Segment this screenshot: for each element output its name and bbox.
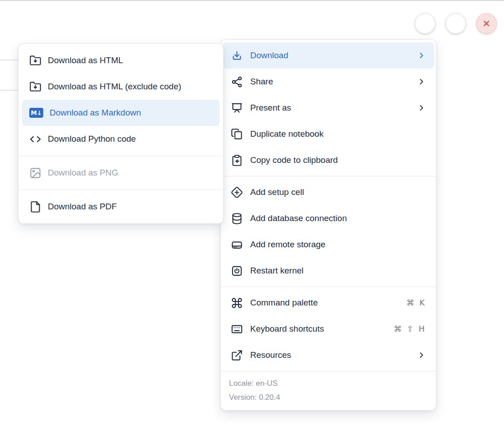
- close-button[interactable]: [476, 13, 497, 34]
- menu-item-label: Duplicate notebook: [250, 129, 426, 139]
- clipboard-arrow-icon: [231, 154, 243, 166]
- markdown-icon: M↓: [29, 108, 43, 118]
- menu-item-resources[interactable]: Resources: [223, 342, 434, 368]
- chevron-right-icon: [417, 77, 426, 86]
- submenu-item-label: Download Python code: [48, 134, 212, 144]
- submenu-item-download-python[interactable]: Download Python code: [22, 126, 220, 152]
- menu-item-add-database-connection[interactable]: Add database connection: [223, 205, 434, 231]
- code-icon: [29, 133, 41, 145]
- submenu-item-label: Download as PDF: [48, 202, 212, 212]
- submenu-group: Download as HTML Download as HTML (exclu…: [18, 44, 223, 156]
- file-icon: [29, 201, 41, 213]
- external-link-icon: [231, 349, 243, 361]
- shortcut-hint: ⌘ ⇧ H: [394, 324, 426, 333]
- diamond-plus-icon: [231, 186, 243, 199]
- download-submenu: Download as HTML Download as HTML (exclu…: [18, 43, 224, 224]
- storage-icon: [231, 239, 243, 251]
- submenu-item-label: Download as Markdown: [50, 108, 212, 118]
- menu-item-label: Present as: [250, 103, 410, 113]
- shortcut-hint: ⌘ K: [406, 298, 426, 307]
- menu-item-label: Resources: [250, 350, 410, 360]
- submenu-item-download-markdown[interactable]: M↓ Download as Markdown: [22, 100, 220, 126]
- keyboard-icon: [231, 323, 243, 335]
- menu-item-copy-code[interactable]: Copy code to clipboard: [223, 147, 434, 173]
- close-icon: [481, 18, 492, 29]
- menu-item-duplicate-notebook[interactable]: Duplicate notebook: [223, 121, 434, 147]
- version-text: Version: 0.20.4: [229, 390, 428, 404]
- menu-item-add-setup-cell[interactable]: Add setup cell: [223, 179, 434, 205]
- notebook-menu-button[interactable]: [415, 13, 435, 34]
- power-icon: [231, 265, 243, 277]
- presentation-icon: [231, 102, 243, 114]
- notebook-menu: Download Share Present as Duplicate note…: [220, 39, 436, 411]
- menu-item-label: Keyboard shortcuts: [250, 324, 387, 334]
- gear-icon: [450, 18, 461, 29]
- submenu-item-download-html-exclude-code[interactable]: Download as HTML (exclude code): [22, 74, 220, 100]
- duplicate-icon: [231, 128, 243, 140]
- page-underlay-line: [0, 60, 19, 60]
- menu-item-keyboard-shortcuts[interactable]: Keyboard shortcuts ⌘ ⇧ H: [223, 316, 434, 342]
- command-icon: [231, 297, 243, 309]
- submenu-item-label: Download as HTML: [48, 56, 212, 65]
- chevron-right-icon: [417, 51, 426, 60]
- chevron-right-icon: [417, 103, 426, 112]
- submenu-item-label: Download as PNG: [48, 168, 212, 178]
- settings-button[interactable]: [445, 13, 466, 34]
- window-top-border: [0, 0, 504, 1]
- menu-item-present-as[interactable]: Present as: [223, 95, 434, 121]
- database-icon: [231, 213, 243, 225]
- menu-item-label: Add database connection: [250, 213, 426, 223]
- folder-down-icon: [29, 81, 41, 93]
- menu-item-share[interactable]: Share: [223, 69, 434, 95]
- submenu-item-label: Download as HTML (exclude code): [48, 82, 212, 92]
- menu-item-label: Copy code to clipboard: [250, 155, 426, 165]
- menu-group: Add setup cell Add database connection A…: [221, 176, 436, 287]
- floating-toolbar: [415, 13, 497, 34]
- menu-item-command-palette[interactable]: Command palette ⌘ K: [223, 290, 434, 316]
- submenu-group: Download as PDF: [18, 190, 223, 223]
- menu-item-label: Add remote storage: [250, 240, 426, 250]
- share-icon: [231, 76, 243, 88]
- submenu-item-download-pdf[interactable]: Download as PDF: [22, 194, 220, 220]
- locale-text: Locale: en-US: [229, 376, 428, 390]
- hamburger-icon: [420, 18, 431, 29]
- menu-group: Command palette ⌘ K Keyboard shortcuts ⌘…: [221, 287, 436, 371]
- chevron-right-icon: [417, 351, 426, 360]
- submenu-group: Download as PNG: [18, 156, 223, 190]
- menu-item-download[interactable]: Download: [223, 42, 434, 69]
- page-underlay-line: [0, 90, 19, 91]
- menu-item-label: Add setup cell: [250, 187, 426, 197]
- menu-item-add-remote-storage[interactable]: Add remote storage: [223, 231, 434, 258]
- menu-item-label: Share: [250, 77, 410, 87]
- menu-item-label: Restart kernel: [250, 266, 426, 276]
- menu-item-label: Download: [250, 51, 410, 60]
- download-icon: [231, 50, 243, 62]
- menu-item-restart-kernel[interactable]: Restart kernel: [223, 258, 434, 284]
- submenu-item-download-html[interactable]: Download as HTML: [22, 47, 220, 74]
- menu-item-label: Command palette: [250, 298, 399, 308]
- submenu-item-download-png: Download as PNG: [22, 160, 220, 186]
- folder-down-icon: [29, 55, 41, 67]
- menu-group: Download Share Present as Duplicate note…: [221, 40, 436, 176]
- menu-footer: Locale: en-US Version: 0.20.4: [221, 371, 436, 410]
- image-icon: [29, 167, 41, 179]
